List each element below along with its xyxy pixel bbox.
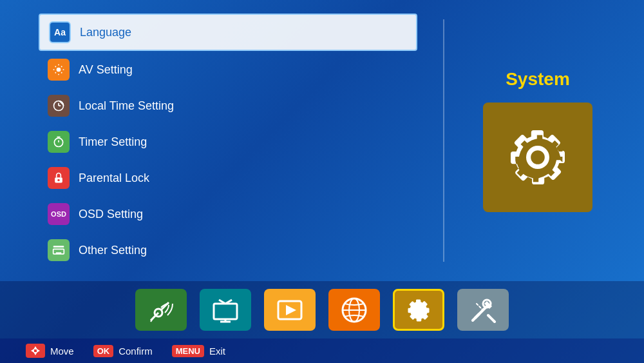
svg-point-0 [57, 68, 61, 72]
ok-label: Confirm [118, 346, 153, 357]
nav-media-btn[interactable] [264, 289, 316, 331]
menu-label-osd: OSD Setting [79, 208, 143, 221]
svg-marker-30 [31, 349, 34, 353]
system-gear-icon [403, 295, 434, 326]
menu-item-local-time[interactable]: Local Time Setting [39, 88, 417, 123]
menu-item-av[interactable]: AV Setting [39, 52, 417, 87]
menu-section: Aa Language AV Setting [39, 13, 417, 268]
menu-label-language: Language [80, 26, 131, 39]
menu-label-timer: Timer Setting [79, 135, 147, 149]
nav-satellite-btn[interactable] [135, 289, 187, 331]
other-icon [48, 239, 70, 261]
tools-icon [468, 295, 498, 326]
language-icon: Aa [49, 21, 71, 43]
menu-label-other: Other Setting [79, 244, 147, 257]
svg-point-8 [57, 179, 59, 181]
nav-tv-btn[interactable] [200, 289, 251, 331]
media-icon [274, 295, 305, 326]
timer-icon [48, 131, 70, 153]
gear-icon [499, 119, 576, 196]
menu-item-other[interactable]: Other Setting [39, 233, 417, 268]
right-section: System [470, 13, 605, 268]
globe-icon [339, 295, 370, 326]
menu-label-local-time: Local Time Setting [79, 99, 174, 113]
svg-rect-9 [53, 246, 64, 248]
system-icon-box [483, 103, 592, 212]
menu-item-osd[interactable]: OSD OSD Setting [39, 197, 417, 231]
osd-icon: OSD [48, 203, 70, 225]
nav-tools-btn[interactable] [457, 289, 509, 331]
menu-item-timer[interactable]: Timer Setting [39, 124, 417, 159]
move-badge [26, 344, 45, 358]
content-area: Aa Language AV Setting [0, 0, 644, 281]
main-container: Aa Language AV Setting [0, 0, 644, 363]
menu-item-language[interactable]: Aa Language [39, 14, 417, 51]
move-label: Move [50, 346, 74, 357]
menu-label: Exit [209, 346, 225, 357]
move-status: Move [26, 344, 74, 358]
menu-label-parental: Parental Lock [79, 172, 149, 185]
vertical-divider [443, 19, 444, 262]
menu-status: MENU Exit [172, 345, 225, 357]
svg-rect-13 [214, 304, 237, 319]
svg-point-4 [54, 138, 62, 146]
parental-icon [48, 167, 70, 189]
av-icon [48, 59, 70, 81]
menu-item-parental[interactable]: Parental Lock [39, 161, 417, 195]
status-bar: Move OK Confirm MENU Exit [0, 338, 644, 363]
svg-line-27 [477, 304, 483, 310]
svg-line-25 [473, 314, 479, 320]
svg-marker-31 [37, 349, 40, 353]
nav-system-btn[interactable] [393, 289, 444, 331]
nav-network-btn[interactable] [328, 289, 380, 331]
satellite-icon [146, 295, 176, 326]
bottom-nav [0, 281, 644, 338]
tv-icon [210, 295, 241, 326]
system-title: System [506, 69, 570, 90]
menu-list: Aa Language AV Setting [39, 14, 417, 268]
time-icon [48, 95, 70, 117]
svg-marker-19 [286, 305, 296, 315]
menu-badge: MENU [172, 345, 204, 357]
menu-label-av: AV Setting [79, 63, 133, 77]
svg-line-26 [488, 315, 495, 322]
ok-status: OK Confirm [93, 345, 153, 357]
ok-badge: OK [93, 345, 114, 357]
